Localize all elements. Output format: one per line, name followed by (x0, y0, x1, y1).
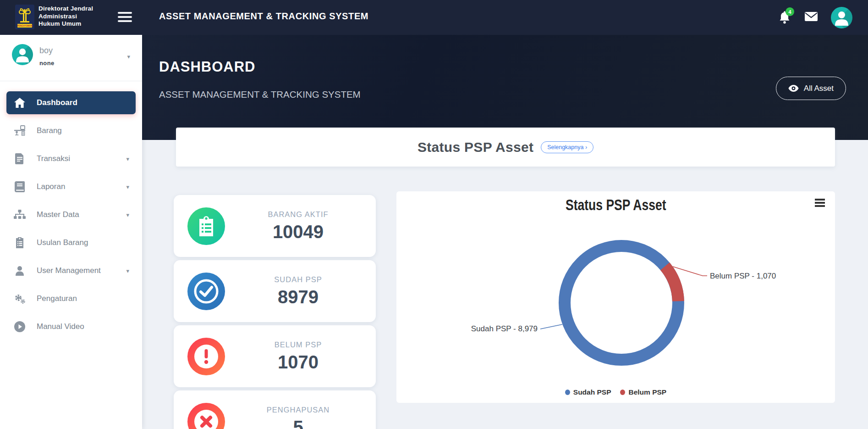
notification-count-badge: 4 (786, 7, 794, 16)
chart-context-menu-icon[interactable] (815, 199, 825, 207)
chevron-down-icon: ▾ (126, 184, 129, 190)
all-asset-label: All Asset (804, 84, 834, 93)
sitemap-icon (14, 210, 26, 220)
donut-label-belum: Belum PSP - 1,070 (710, 272, 776, 280)
ministry-emblem-logo: PENGAYOMAN (15, 5, 34, 29)
user-icon (14, 266, 26, 276)
app-title: ASSET MANAGEMENT & TRACKING SYSTEM (159, 11, 368, 22)
legend-item-sudah-psp[interactable]: Sudah PSP (565, 388, 611, 396)
chevron-down-icon[interactable]: ▾ (127, 53, 130, 60)
sidebar-item-pengaturan[interactable]: Pengaturan (6, 287, 136, 310)
sidebar-user-role: none (39, 60, 55, 67)
sidebar-item-label: Manual Video (37, 322, 129, 331)
chevron-down-icon: ▾ (126, 212, 129, 218)
sidebar-item-label: Master Data (37, 210, 126, 219)
chart-legend: Sudah PSP Belum PSP (396, 388, 835, 396)
stat-card-penghapusan[interactable]: PENGHAPUSAN 5 (174, 390, 376, 429)
sidebar-item-transaksi[interactable]: Transaksi ▾ (6, 147, 136, 170)
hero-banner (142, 35, 868, 140)
legend-item-belum-psp[interactable]: Belum PSP (620, 388, 666, 396)
check-circle-icon (187, 273, 225, 310)
workstation-icon (14, 125, 26, 136)
logo-banner-text: PENGAYOMAN (17, 25, 33, 27)
legend-dot-belum (620, 390, 625, 395)
clipboard-icon (14, 237, 26, 248)
stat-value: 8979 (278, 287, 319, 307)
stat-label: BELUM PSP (275, 340, 322, 349)
book-icon (14, 181, 26, 192)
logo-text: Direktorat Jendral Administrasi Hukum Um… (38, 5, 93, 28)
sidebar-item-label: Barang (37, 126, 129, 135)
sidebar-user-name: boy (39, 46, 53, 56)
stat-label: SUDAH PSP (274, 275, 322, 284)
status-psp-title: Status PSP Asset (418, 139, 533, 155)
sidebar-item-dashboard[interactable]: Dashboard (6, 91, 136, 114)
sidebar-user-block[interactable]: boy none ▾ (0, 35, 142, 81)
stat-card-sudah-psp[interactable]: SUDAH PSP 8979 (174, 260, 376, 322)
connector-line-belum (673, 267, 707, 276)
notifications-bell-icon[interactable]: 4 (779, 10, 791, 25)
sidebar-item-barang[interactable]: Barang (6, 119, 136, 142)
stat-value: 10049 (273, 222, 324, 242)
stat-cards: BARANG AKTIF 10049 SUDAH PSP 8979 (174, 195, 376, 429)
sidebar-item-manual-video[interactable]: Manual Video (6, 315, 136, 338)
all-asset-button[interactable]: All Asset (776, 77, 846, 100)
user-avatar[interactable] (831, 7, 852, 28)
sidebar-item-label: Usulan Barang (37, 238, 129, 247)
stat-label: BARANG AKTIF (268, 210, 328, 219)
sidebar-item-usulan-barang[interactable]: Usulan Barang (6, 231, 136, 254)
donut-ring-sudah[interactable] (565, 246, 678, 360)
stat-card-barang-aktif[interactable]: BARANG AKTIF 10049 (174, 195, 376, 257)
sidebar-item-master-data[interactable]: Master Data ▾ (6, 203, 136, 226)
donut-chart[interactable]: Belum PSP - 1,070 Sudah PSP - 8,979 (396, 219, 835, 384)
exclamation-circle-icon (187, 338, 225, 375)
stat-value: 1070 (278, 352, 319, 373)
sidebar-item-label: Dashboard (37, 98, 129, 107)
clipboard-list-icon (187, 207, 225, 245)
logo-area: PENGAYOMAN Direktorat Jendral Administra… (0, 0, 142, 35)
sidebar-item-user-management[interactable]: User Management ▾ (6, 259, 136, 282)
main-content: DASHBOARD ASSET MANAGEMENT & TRACKING SY… (142, 35, 868, 429)
stat-card-belum-psp[interactable]: BELUM PSP 1070 (174, 325, 376, 387)
page-title: DASHBOARD (159, 59, 256, 75)
sidebar-toggle-hamburger-icon[interactable] (118, 12, 132, 23)
sidebar-user-avatar (12, 44, 33, 65)
page-subtitle: ASSET MANAGEMENT & TRACKING SYSTEM (159, 89, 361, 100)
status-psp-header-card: Status PSP Asset Selengkapnya › (176, 128, 835, 167)
legend-dot-sudah (565, 390, 570, 395)
gears-icon (14, 293, 26, 304)
connector-line-sudah (540, 324, 562, 329)
donut-label-sudah: Sudah PSP - 8,979 (471, 324, 538, 333)
selengkapnya-link[interactable]: Selengkapnya › (541, 141, 593, 153)
chevron-down-icon: ▾ (126, 156, 129, 162)
sidebar-item-laporan[interactable]: Laporan ▾ (6, 175, 136, 198)
status-psp-chart-card: Status PSP Asset Belum PSP - 1,070 Sudah… (396, 191, 835, 403)
stat-label: PENGHAPUSAN (267, 406, 330, 414)
play-circle-icon (14, 321, 26, 332)
topbar-actions: 4 (779, 0, 852, 35)
eye-icon (788, 85, 799, 92)
sidebar: boy none ▾ Dashboard (0, 35, 142, 429)
sidebar-item-label: Laporan (37, 182, 126, 191)
chart-title: Status PSP Asset (396, 196, 835, 214)
chevron-down-icon: ▾ (126, 267, 129, 274)
document-icon (14, 153, 26, 164)
sidebar-item-label: User Management (37, 266, 126, 275)
sidebar-item-label: Pengaturan (37, 294, 129, 303)
messages-envelope-icon[interactable] (804, 11, 818, 23)
sidebar-menu: Dashboard Barang (0, 81, 142, 338)
sidebar-item-label: Transaksi (37, 154, 126, 163)
home-icon (14, 98, 26, 108)
topbar: PENGAYOMAN Direktorat Jendral Administra… (0, 0, 868, 35)
stat-value: 5 (293, 417, 303, 429)
times-circle-icon (187, 403, 225, 429)
